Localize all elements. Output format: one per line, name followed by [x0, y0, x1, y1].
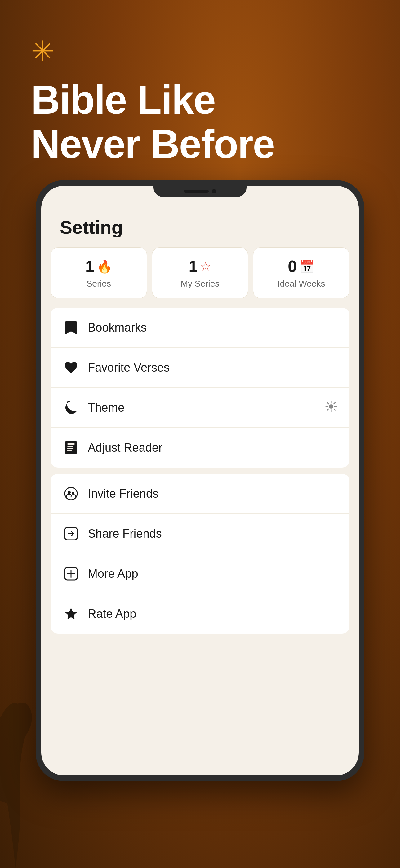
stat-number-row-my-series: 1 ☆: [159, 257, 242, 276]
notch-pill: [184, 190, 209, 193]
moon-icon: [63, 400, 79, 416]
svg-point-0: [329, 404, 333, 408]
svg-rect-12: [67, 448, 73, 449]
series-label: Series: [57, 279, 140, 289]
invite-friends-icon: [63, 486, 79, 502]
stat-card-series[interactable]: 1 🔥 Series: [51, 247, 147, 298]
my-series-count: 1: [189, 257, 198, 276]
ideal-weeks-label: Ideal Weeks: [260, 279, 343, 289]
svg-line-6: [334, 409, 335, 410]
menu-item-share-friends[interactable]: Share Friends: [51, 514, 349, 554]
menu-item-theme[interactable]: Theme: [51, 388, 349, 428]
svg-line-7: [334, 403, 335, 404]
rate-app-label: Rate App: [88, 607, 337, 621]
settings-header: Setting: [41, 211, 359, 247]
flame-icon: 🔥: [97, 259, 112, 274]
svg-point-15: [68, 491, 71, 494]
svg-rect-13: [67, 450, 72, 451]
svg-rect-9: [65, 441, 76, 455]
bookmark-icon: [63, 319, 79, 336]
adjust-reader-label: Adjust Reader: [88, 441, 337, 455]
menu-item-more-app[interactable]: More App: [51, 554, 349, 594]
menu-section-2: Invite Friends Share Friends: [51, 474, 349, 633]
rate-app-icon: [63, 606, 79, 622]
theme-label: Theme: [88, 401, 325, 414]
my-series-label: My Series: [159, 279, 242, 289]
menu-section-1: Bookmarks Favorite Verses: [51, 308, 349, 468]
phone-screen: Setting 1 🔥 Series 1: [41, 186, 359, 775]
svg-point-16: [72, 492, 74, 494]
more-app-icon: [63, 566, 79, 582]
invite-friends-label: Invite Friends: [88, 487, 337, 500]
phone-mockup: Setting 1 🔥 Series 1: [36, 180, 364, 781]
bookmarks-label: Bookmarks: [88, 321, 337, 334]
hero-title: Bible Like Never Before: [31, 78, 369, 166]
stat-card-ideal-weeks[interactable]: 0 📅 Ideal Weeks: [253, 247, 349, 298]
calendar-icon: 📅: [299, 259, 315, 274]
asterisk-logo: ✳: [31, 37, 369, 65]
ideal-weeks-count: 0: [288, 257, 297, 276]
phone-notch: [154, 186, 246, 197]
svg-point-14: [65, 487, 77, 500]
stat-number-row-series: 1 🔥: [57, 257, 140, 276]
svg-line-5: [328, 403, 329, 404]
phone-frame: Setting 1 🔥 Series 1: [36, 180, 364, 781]
screen-content: Setting 1 🔥 Series 1: [41, 186, 359, 633]
reader-icon: [63, 440, 79, 456]
hero-section: ✳ Bible Like Never Before: [0, 0, 400, 185]
menu-item-bookmarks[interactable]: Bookmarks: [51, 308, 349, 348]
menu-item-favorite-verses[interactable]: Favorite Verses: [51, 348, 349, 388]
sun-icon: [325, 400, 337, 415]
series-count: 1: [85, 257, 94, 276]
menu-item-adjust-reader[interactable]: Adjust Reader: [51, 428, 349, 468]
stat-card-my-series[interactable]: 1 ☆ My Series: [152, 247, 248, 298]
more-app-label: More App: [88, 567, 337, 581]
svg-rect-10: [67, 443, 75, 444]
share-friends-label: Share Friends: [88, 527, 337, 540]
notch-camera: [212, 189, 216, 193]
heart-icon: [63, 360, 79, 376]
stat-number-row-ideal-weeks: 0 📅: [260, 257, 343, 276]
star-outline-icon: ☆: [200, 259, 211, 274]
share-friends-icon: [63, 526, 79, 542]
favorite-verses-label: Favorite Verses: [88, 361, 337, 374]
svg-line-8: [328, 409, 329, 410]
stats-row: 1 🔥 Series 1 ☆ My Series: [41, 247, 359, 308]
menu-item-invite-friends[interactable]: Invite Friends: [51, 474, 349, 514]
menu-item-rate-app[interactable]: Rate App: [51, 594, 349, 633]
svg-rect-11: [67, 446, 73, 447]
